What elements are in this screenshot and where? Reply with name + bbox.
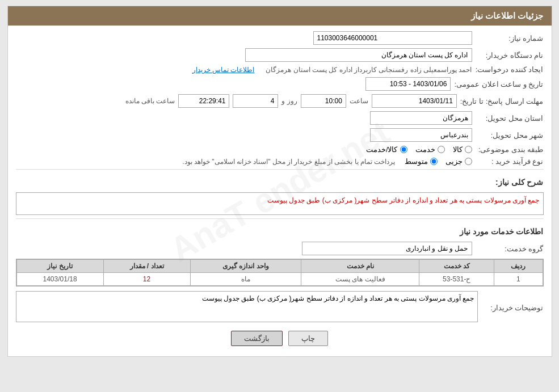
purchase-moutasat-text: متوسط [405,157,428,166]
publish-date-input[interactable] [365,77,451,91]
category-row: طبقه بندی موضوعی: کالا خدمت کالا/خدمت [16,145,544,154]
col-name: نام خدمت [301,260,419,273]
page-title: جزئیات اطلاعات نیاز [471,11,543,20]
col-unit: واحد اندازه گیری [190,260,301,273]
category-radio-group: کالا خدمت کالا/خدمت [366,145,472,154]
table-row: 1 ح-531-53 فعالیت های پست ماه 12 1403/01… [16,273,543,286]
deadline-days-input[interactable] [233,94,278,108]
button-row: چاپ بازگشت [16,331,544,346]
creator-label: ایجاد کننده درخواست: [476,65,544,74]
province-input[interactable] [370,111,472,125]
category-khedmat-text: خدمت [415,145,435,154]
col-row: ردیف [494,260,543,273]
category-kala-label[interactable]: کالا [453,145,472,154]
divider2 [16,218,544,219]
need-desc-label: شرح کلی نیاز: [495,174,543,189]
category-khedmat-label[interactable]: خدمت [415,145,445,154]
cell-name: فعالیت های پست [301,273,419,286]
services-table: ردیف کد خدمت نام خدمت واحد اندازه گیری ت… [16,259,543,286]
need-number-row: شماره نیاز: [16,31,544,45]
deadline-time-label: ساعت [350,97,368,105]
cell-date: 1403/01/18 [16,273,103,286]
print-button[interactable]: چاپ [288,331,328,346]
buyer-desc-wrapper: جمع آوری مرسولات پستی به هر تعداد و اندا… [16,291,478,324]
city-label: شهر محل تحویل: [476,131,544,140]
buyer-desc-textarea[interactable]: جمع آوری مرسولات پستی به هر تعداد و اندا… [16,291,478,322]
col-date: تاریخ نیاز [16,260,103,273]
cell-row: 1 [494,273,543,286]
divider1 [16,169,544,170]
cell-qty: 12 [103,273,190,286]
content-area: AnaT ender.net شماره نیاز: نام دستگاه خر… [8,26,552,356]
deadline-date-input[interactable] [372,94,457,108]
need-desc-row: جمع آوری مرسولات پستی به هر تعداد و اندا… [16,192,544,215]
purchase-moutasat-radio[interactable] [430,158,438,165]
publish-label: تاریخ و ساعت اعلان عمومی: [454,80,543,88]
creator-value: احمد پوراسمعیلی زاده رفسنجانی کاربرداز ا… [266,66,472,74]
deadline-label: مهلت ارسال پاسخ: تا تاریخ: [460,97,544,106]
city-row: شهر محل تحویل: [16,128,544,142]
deadline-time-input[interactable] [301,94,346,108]
category-both-radio[interactable] [400,146,407,153]
contact-link[interactable]: اطلاعات تماس خریدار [192,66,255,74]
need-number-label: شماره نیاز: [476,34,544,43]
services-section-header-row: اطلاعات خدمات مورد نیاز [16,221,544,238]
category-both-text: کالا/خدمت [366,145,398,154]
need-desc-box: جمع آوری مرسولات پستی به هر تعداد و اندا… [16,192,544,215]
province-row: استان محل تحویل: [16,111,544,125]
publish-row: تاریخ و ساعت اعلان عمومی: [16,77,544,91]
page-header: جزئیات اطلاعات نیاز [8,6,552,26]
purchase-jozi-label[interactable]: جزیی [445,157,472,166]
service-group-input[interactable] [302,242,472,255]
need-desc-section: شرح کلی نیاز: [16,172,544,189]
need-desc-value: جمع آوری مرسولات پستی به هر تعداد و اندا… [267,196,540,204]
buyer-desc-label: توضیحات خریدار: [481,304,544,312]
province-label: استان محل تحویل: [476,114,544,123]
cell-unit: ماه [190,273,301,286]
category-khedmat-radio[interactable] [438,146,445,153]
buyer-row: نام دستگاه خریدار: [16,48,544,62]
deadline-remaining-label: ساعت باقی مانده [125,97,175,105]
purchase-moutasat-label[interactable]: متوسط [405,157,438,166]
purchase-type-row: نوع فرآیند خرید : جزیی متوسط پرداخت تمام… [16,157,544,166]
deadline-remaining-input[interactable] [178,94,229,108]
city-input[interactable] [370,128,472,142]
need-number-input[interactable] [313,31,472,45]
col-qty: تعداد / مقدار [103,260,190,273]
col-code: کد خدمت [419,260,494,273]
cell-code: ح-531-53 [419,273,494,286]
creator-row: ایجاد کننده درخواست: احمد پوراسمعیلی زاد… [16,65,544,74]
category-kala-text: کالا [453,145,463,154]
purchase-type-radio-group: جزیی متوسط [405,157,472,166]
buyer-input[interactable] [245,48,472,62]
purchase-type-label: نوع فرآیند خرید : [476,157,544,166]
purchase-jozi-radio[interactable] [465,158,472,165]
category-label: طبقه بندی موضوعی: [476,145,544,154]
table-header-row: ردیف کد خدمت نام خدمت واحد اندازه گیری ت… [16,260,543,273]
services-table-container: ردیف کد خدمت نام خدمت واحد اندازه گیری ت… [16,259,544,286]
services-label: اطلاعات خدمات مورد نیاز [460,224,544,238]
deadline-day-label: روز و [281,97,297,105]
category-kala-radio[interactable] [465,146,472,153]
purchase-jozi-text: جزیی [445,157,463,166]
service-group-label: گروه خدمت: [476,245,544,253]
service-group-row: گروه خدمت: [16,242,544,255]
back-button[interactable]: بازگشت [231,331,283,346]
purchase-type-note: پرداخت تمام یا بخشی از مبلغ خریدار از مح… [182,158,395,166]
category-both-label[interactable]: کالا/خدمت [366,145,407,154]
buyer-label: نام دستگاه خریدار: [476,51,544,60]
main-container: جزئیات اطلاعات نیاز AnaT ender.net شماره… [7,6,552,357]
buyer-desc-section: توضیحات خریدار: جمع آوری مرسولات پستی به… [16,291,544,324]
deadline-row: مهلت ارسال پاسخ: تا تاریخ: ساعت روز و سا… [16,94,544,108]
